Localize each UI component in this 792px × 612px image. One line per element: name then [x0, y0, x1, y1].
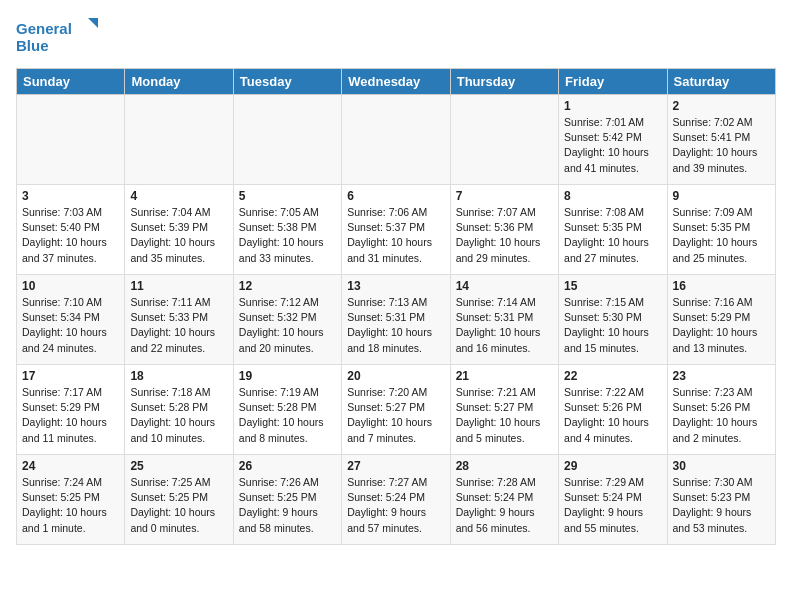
day-info: Sunrise: 7:06 AM Sunset: 5:37 PM Dayligh… [347, 205, 444, 266]
calendar-cell [125, 95, 233, 185]
calendar-cell: 29Sunrise: 7:29 AM Sunset: 5:24 PM Dayli… [559, 455, 667, 545]
day-info: Sunrise: 7:04 AM Sunset: 5:39 PM Dayligh… [130, 205, 227, 266]
day-number: 28 [456, 459, 553, 473]
calendar-cell: 24Sunrise: 7:24 AM Sunset: 5:25 PM Dayli… [17, 455, 125, 545]
day-number: 22 [564, 369, 661, 383]
day-number: 4 [130, 189, 227, 203]
day-number: 1 [564, 99, 661, 113]
day-number: 10 [22, 279, 119, 293]
day-info: Sunrise: 7:22 AM Sunset: 5:26 PM Dayligh… [564, 385, 661, 446]
calendar-header: SundayMondayTuesdayWednesdayThursdayFrid… [17, 69, 776, 95]
svg-text:General: General [16, 20, 72, 37]
day-number: 6 [347, 189, 444, 203]
calendar-cell: 13Sunrise: 7:13 AM Sunset: 5:31 PM Dayli… [342, 275, 450, 365]
week-row-2: 10Sunrise: 7:10 AM Sunset: 5:34 PM Dayli… [17, 275, 776, 365]
calendar-cell: 14Sunrise: 7:14 AM Sunset: 5:31 PM Dayli… [450, 275, 558, 365]
day-number: 8 [564, 189, 661, 203]
calendar-cell: 2Sunrise: 7:02 AM Sunset: 5:41 PM Daylig… [667, 95, 775, 185]
day-info: Sunrise: 7:26 AM Sunset: 5:25 PM Dayligh… [239, 475, 336, 536]
header-cell-tuesday: Tuesday [233, 69, 341, 95]
calendar-cell: 21Sunrise: 7:21 AM Sunset: 5:27 PM Dayli… [450, 365, 558, 455]
header-cell-saturday: Saturday [667, 69, 775, 95]
header-row: SundayMondayTuesdayWednesdayThursdayFrid… [17, 69, 776, 95]
day-number: 24 [22, 459, 119, 473]
calendar-cell: 19Sunrise: 7:19 AM Sunset: 5:28 PM Dayli… [233, 365, 341, 455]
day-info: Sunrise: 7:21 AM Sunset: 5:27 PM Dayligh… [456, 385, 553, 446]
header-cell-sunday: Sunday [17, 69, 125, 95]
calendar-cell: 17Sunrise: 7:17 AM Sunset: 5:29 PM Dayli… [17, 365, 125, 455]
day-number: 27 [347, 459, 444, 473]
header-cell-friday: Friday [559, 69, 667, 95]
day-number: 23 [673, 369, 770, 383]
calendar-cell: 5Sunrise: 7:05 AM Sunset: 5:38 PM Daylig… [233, 185, 341, 275]
calendar-cell: 12Sunrise: 7:12 AM Sunset: 5:32 PM Dayli… [233, 275, 341, 365]
day-number: 15 [564, 279, 661, 293]
day-info: Sunrise: 7:23 AM Sunset: 5:26 PM Dayligh… [673, 385, 770, 446]
day-number: 19 [239, 369, 336, 383]
calendar-cell: 3Sunrise: 7:03 AM Sunset: 5:40 PM Daylig… [17, 185, 125, 275]
calendar-cell: 20Sunrise: 7:20 AM Sunset: 5:27 PM Dayli… [342, 365, 450, 455]
day-number: 3 [22, 189, 119, 203]
day-info: Sunrise: 7:12 AM Sunset: 5:32 PM Dayligh… [239, 295, 336, 356]
day-number: 16 [673, 279, 770, 293]
day-info: Sunrise: 7:08 AM Sunset: 5:35 PM Dayligh… [564, 205, 661, 266]
calendar-cell [17, 95, 125, 185]
day-number: 20 [347, 369, 444, 383]
day-info: Sunrise: 7:01 AM Sunset: 5:42 PM Dayligh… [564, 115, 661, 176]
day-info: Sunrise: 7:10 AM Sunset: 5:34 PM Dayligh… [22, 295, 119, 356]
day-info: Sunrise: 7:28 AM Sunset: 5:24 PM Dayligh… [456, 475, 553, 536]
calendar-cell: 26Sunrise: 7:26 AM Sunset: 5:25 PM Dayli… [233, 455, 341, 545]
calendar-cell [342, 95, 450, 185]
calendar-cell [450, 95, 558, 185]
day-info: Sunrise: 7:17 AM Sunset: 5:29 PM Dayligh… [22, 385, 119, 446]
calendar-cell: 15Sunrise: 7:15 AM Sunset: 5:30 PM Dayli… [559, 275, 667, 365]
day-info: Sunrise: 7:18 AM Sunset: 5:28 PM Dayligh… [130, 385, 227, 446]
week-row-3: 17Sunrise: 7:17 AM Sunset: 5:29 PM Dayli… [17, 365, 776, 455]
day-info: Sunrise: 7:19 AM Sunset: 5:28 PM Dayligh… [239, 385, 336, 446]
day-info: Sunrise: 7:09 AM Sunset: 5:35 PM Dayligh… [673, 205, 770, 266]
calendar-cell: 30Sunrise: 7:30 AM Sunset: 5:23 PM Dayli… [667, 455, 775, 545]
week-row-1: 3Sunrise: 7:03 AM Sunset: 5:40 PM Daylig… [17, 185, 776, 275]
day-info: Sunrise: 7:27 AM Sunset: 5:24 PM Dayligh… [347, 475, 444, 536]
calendar-body: 1Sunrise: 7:01 AM Sunset: 5:42 PM Daylig… [17, 95, 776, 545]
day-info: Sunrise: 7:24 AM Sunset: 5:25 PM Dayligh… [22, 475, 119, 536]
day-info: Sunrise: 7:14 AM Sunset: 5:31 PM Dayligh… [456, 295, 553, 356]
day-info: Sunrise: 7:02 AM Sunset: 5:41 PM Dayligh… [673, 115, 770, 176]
calendar-cell: 23Sunrise: 7:23 AM Sunset: 5:26 PM Dayli… [667, 365, 775, 455]
day-number: 21 [456, 369, 553, 383]
day-number: 2 [673, 99, 770, 113]
calendar-table: SundayMondayTuesdayWednesdayThursdayFrid… [16, 68, 776, 545]
day-number: 17 [22, 369, 119, 383]
week-row-4: 24Sunrise: 7:24 AM Sunset: 5:25 PM Dayli… [17, 455, 776, 545]
calendar-cell: 8Sunrise: 7:08 AM Sunset: 5:35 PM Daylig… [559, 185, 667, 275]
calendar-cell: 1Sunrise: 7:01 AM Sunset: 5:42 PM Daylig… [559, 95, 667, 185]
day-number: 25 [130, 459, 227, 473]
day-number: 14 [456, 279, 553, 293]
day-info: Sunrise: 7:05 AM Sunset: 5:38 PM Dayligh… [239, 205, 336, 266]
calendar-cell: 25Sunrise: 7:25 AM Sunset: 5:25 PM Dayli… [125, 455, 233, 545]
header-cell-wednesday: Wednesday [342, 69, 450, 95]
day-number: 29 [564, 459, 661, 473]
svg-marker-2 [88, 18, 98, 28]
day-number: 5 [239, 189, 336, 203]
calendar-cell [233, 95, 341, 185]
calendar-cell: 27Sunrise: 7:27 AM Sunset: 5:24 PM Dayli… [342, 455, 450, 545]
calendar-cell: 28Sunrise: 7:28 AM Sunset: 5:24 PM Dayli… [450, 455, 558, 545]
day-number: 30 [673, 459, 770, 473]
svg-text:Blue: Blue [16, 37, 49, 54]
page-header: General Blue [16, 16, 776, 56]
day-info: Sunrise: 7:16 AM Sunset: 5:29 PM Dayligh… [673, 295, 770, 356]
calendar-cell: 18Sunrise: 7:18 AM Sunset: 5:28 PM Dayli… [125, 365, 233, 455]
day-number: 12 [239, 279, 336, 293]
day-info: Sunrise: 7:15 AM Sunset: 5:30 PM Dayligh… [564, 295, 661, 356]
day-info: Sunrise: 7:25 AM Sunset: 5:25 PM Dayligh… [130, 475, 227, 536]
calendar-cell: 16Sunrise: 7:16 AM Sunset: 5:29 PM Dayli… [667, 275, 775, 365]
header-cell-thursday: Thursday [450, 69, 558, 95]
calendar-cell: 7Sunrise: 7:07 AM Sunset: 5:36 PM Daylig… [450, 185, 558, 275]
calendar-cell: 11Sunrise: 7:11 AM Sunset: 5:33 PM Dayli… [125, 275, 233, 365]
day-info: Sunrise: 7:11 AM Sunset: 5:33 PM Dayligh… [130, 295, 227, 356]
day-number: 11 [130, 279, 227, 293]
day-number: 18 [130, 369, 227, 383]
day-number: 26 [239, 459, 336, 473]
header-cell-monday: Monday [125, 69, 233, 95]
